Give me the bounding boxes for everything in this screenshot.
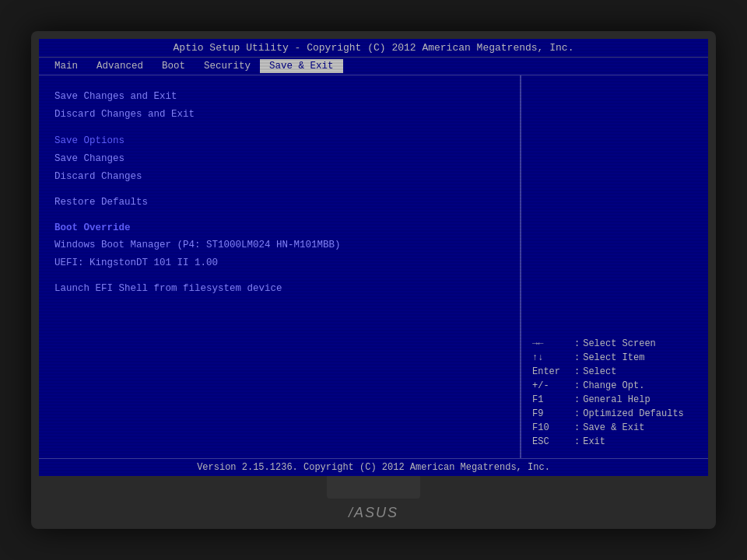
help-item-f9: F9:Optimized Defaults — [532, 408, 697, 419]
help-key: ↑↓ — [532, 352, 571, 363]
help-item----: +/-:Change Opt. — [532, 380, 697, 391]
menu-bar: MainAdvancedBootSecuritySave & Exit — [39, 58, 708, 75]
help-item-enter: Enter:Select — [532, 366, 697, 377]
help-sep: : — [574, 338, 580, 349]
main-panel: Save Changes and Exit Discard Changes an… — [39, 75, 521, 458]
help-desc: Select — [583, 366, 616, 377]
option-uefi-kingston[interactable]: UEFI: KingstonDT 101 II 1.00 — [54, 254, 504, 272]
help-desc: Save & Exit — [583, 422, 644, 433]
option-save-changes[interactable]: Save Changes — [54, 150, 504, 168]
footer-text: Version 2.15.1236. Copyright (C) 2012 Am… — [197, 462, 550, 473]
help-desc: Exit — [583, 436, 605, 447]
help-key: ESC — [532, 436, 571, 447]
help-desc: Change Opt. — [583, 380, 644, 391]
help-item---: ↑↓:Select Item — [532, 352, 697, 363]
help-sep: : — [574, 436, 580, 447]
monitor-brand: /ASUS — [349, 505, 398, 521]
option-save-options-label: Save Options — [54, 132, 504, 150]
help-sep: : — [574, 422, 580, 433]
help-desc: Optimized Defaults — [583, 408, 684, 419]
help-item-esc: ESC:Exit — [532, 436, 697, 447]
option-discard-exit[interactable]: Discard Changes and Exit — [54, 106, 504, 124]
help-sep: : — [574, 380, 580, 391]
monitor-bezel: Aptio Setup Utility - Copyright (C) 2012… — [31, 31, 716, 529]
help-desc: Select Item — [583, 352, 644, 363]
title-bar: Aptio Setup Utility - Copyright (C) 2012… — [39, 39, 708, 58]
option-restore-defaults[interactable]: Restore Defaults — [54, 194, 504, 212]
help-key: +/- — [532, 380, 571, 391]
help-desc: Select Screen — [583, 338, 656, 349]
help-sep: : — [574, 366, 580, 377]
option-windows-boot-manager[interactable]: Windows Boot Manager (P4: ST1000LM024 HN… — [54, 236, 504, 254]
help-key: F1 — [532, 394, 571, 405]
help-item-f10: F10:Save & Exit — [532, 422, 697, 433]
monitor-stand — [327, 476, 420, 499]
help-desc: General Help — [583, 394, 650, 405]
menu-item-security[interactable]: Security — [195, 59, 260, 73]
option-discard-changes[interactable]: Discard Changes — [54, 168, 504, 186]
option-save-exit[interactable]: Save Changes and Exit — [54, 88, 504, 106]
help-sep: : — [574, 394, 580, 405]
menu-item-boot[interactable]: Boot — [153, 59, 195, 73]
bios-screen: Aptio Setup Utility - Copyright (C) 2012… — [39, 39, 708, 476]
help-sep: : — [574, 352, 580, 363]
option-launch-efi-shell[interactable]: Launch EFI Shell from filesystem device — [54, 280, 504, 298]
side-panel: →←:Select Screen↑↓:Select ItemEnter:Sele… — [521, 75, 708, 458]
content-area: Save Changes and Exit Discard Changes an… — [39, 75, 708, 458]
footer-bar: Version 2.15.1236. Copyright (C) 2012 Am… — [39, 458, 708, 476]
help-key: →← — [532, 338, 571, 349]
help-item-f1: F1:General Help — [532, 394, 697, 405]
menu-item-save---exit[interactable]: Save & Exit — [260, 59, 343, 73]
boot-override-header: Boot Override — [54, 220, 504, 236]
help-item---: →←:Select Screen — [532, 338, 697, 349]
help-key: F10 — [532, 422, 571, 433]
title-text: Aptio Setup Utility - Copyright (C) 2012… — [174, 42, 574, 54]
help-key: F9 — [532, 408, 571, 419]
help-key: Enter — [532, 366, 571, 377]
help-sep: : — [574, 408, 580, 419]
menu-item-advanced[interactable]: Advanced — [87, 59, 153, 73]
menu-item-main[interactable]: Main — [45, 59, 87, 73]
